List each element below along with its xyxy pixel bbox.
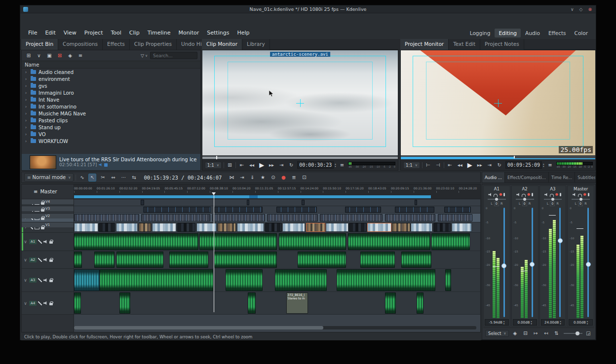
volume-value[interactable]: 0.00dB▴▾ — [513, 319, 537, 326]
timeline-clip[interactable] — [100, 269, 213, 291]
insert-zone-icon[interactable]: ↦ — [532, 329, 539, 337]
timeline-clip[interactable] — [360, 252, 395, 268]
bin-folder-int-nave[interactable]: ›Int Nave — [22, 96, 200, 103]
project-monitor-scrubbar[interactable] — [401, 155, 595, 159]
skip-end-icon[interactable]: ⇥ — [277, 161, 285, 169]
timeline-clip[interactable] — [119, 292, 130, 314]
record-options-icon[interactable]: ⊙ — [269, 174, 277, 182]
pan-handle[interactable] — [495, 198, 498, 201]
timeline-clip[interactable] — [320, 214, 383, 221]
volume-fader[interactable] — [587, 208, 589, 317]
timeline-clip[interactable] — [74, 269, 100, 291]
timeline-clip[interactable] — [417, 292, 424, 314]
lock-track-icon[interactable] — [41, 218, 44, 220]
add-clip-icon[interactable]: ⊞ — [25, 52, 33, 60]
lock-track-icon[interactable] — [49, 303, 53, 305]
playhead[interactable] — [214, 195, 214, 312]
track-lane-a1[interactable] — [74, 233, 480, 251]
timeline-clip[interactable] — [237, 223, 264, 232]
timeline-clip[interactable] — [348, 233, 430, 250]
menu-help[interactable]: Help — [233, 28, 253, 37]
workspace-color[interactable]: Color — [571, 29, 592, 37]
timeline-clip[interactable] — [74, 252, 82, 268]
lock-track-icon[interactable] — [41, 202, 44, 205]
monitor-overlay-icon[interactable]: ⊞ — [226, 161, 233, 169]
timeline-clip[interactable] — [395, 207, 434, 213]
menu-monitor[interactable]: Monitor — [174, 28, 203, 37]
bin-clip-row[interactable]: Live tours of the RRS Sir David Attenbor… — [22, 154, 200, 170]
mix-clips-icon[interactable]: ⋈ — [228, 174, 235, 182]
zone-out-icon[interactable]: ⊣ — [434, 161, 442, 169]
clip-monitor-menu-icon[interactable]: ≡ — [338, 161, 346, 169]
track-lane-a2[interactable] — [74, 251, 480, 269]
lock-track-icon[interactable] — [41, 227, 44, 229]
record-arm-icon[interactable]: ● — [499, 193, 502, 196]
timeline-zoom-slider[interactable] — [564, 333, 582, 334]
clip-monitor-video[interactable]: antarctic-scenery.avi — [202, 50, 398, 155]
slip-tool-icon[interactable]: ⇆ — [130, 174, 138, 182]
timeline-clip[interactable] — [214, 252, 277, 268]
monitor-audio-icon[interactable] — [532, 193, 533, 196]
track-header-a4[interactable]: ∨A4 — [22, 292, 74, 315]
titlebar[interactable]: Nave_01c.kdenlive */ HD 1080i 25 fps — K… — [20, 5, 596, 13]
fader-handle[interactable] — [586, 262, 591, 267]
timeline-clip[interactable] — [433, 223, 451, 232]
bin-folder-musiche-mag-nave[interactable]: ›Musiche MAG Nave — [22, 110, 200, 117]
expand-chevron-icon[interactable]: › — [24, 111, 28, 116]
volume-value[interactable]: -5.94dB▴▾ — [485, 319, 509, 326]
expand-chevron-icon[interactable]: › — [24, 70, 28, 74]
insert-zone-icon[interactable]: ⇥ — [238, 174, 246, 182]
menu-project[interactable]: Project — [80, 28, 107, 37]
clip-monitor-zoom-combo[interactable]: 1:1∨ — [205, 162, 222, 169]
track-collapse-icon[interactable]: ∨ — [23, 257, 28, 262]
timeline-clip[interactable] — [431, 233, 470, 250]
scrollbar-thumb[interactable] — [74, 326, 323, 329]
save-zone-icon[interactable]: ⊟ — [521, 329, 529, 337]
volume-fader[interactable] — [532, 208, 533, 317]
clip-monitor-scrubbar[interactable] — [202, 155, 398, 159]
close-icon[interactable]: ⊗ — [588, 7, 592, 12]
volume-fader[interactable] — [559, 208, 561, 317]
tab-effects[interactable]: Effects — [103, 39, 130, 50]
expand-chevron-icon[interactable]: › — [24, 76, 28, 81]
rewind-icon[interactable]: ◂◂ — [248, 161, 256, 169]
lock-track-icon[interactable] — [41, 209, 44, 212]
zoom-slider-handle[interactable] — [576, 331, 579, 335]
spacer-tool-icon[interactable]: ⇔ — [109, 174, 117, 182]
timeline-clip[interactable] — [349, 223, 366, 232]
lock-track-icon[interactable] — [49, 280, 53, 282]
timeline-clip[interactable] — [177, 223, 195, 232]
timeline-clip[interactable] — [267, 214, 318, 221]
tab-time-re[interactable]: Time Re... — [549, 172, 575, 182]
pan-handle[interactable] — [551, 198, 554, 201]
timeline-clip[interactable] — [452, 223, 472, 232]
bin-folder-audio-cleaned[interactable]: ›Audio cleaned — [22, 69, 200, 75]
delete-icon[interactable]: ⊠ — [56, 52, 64, 60]
track-lanes[interactable]: 372_8616_(Stereo to m — [74, 199, 480, 332]
timeline-clip[interactable] — [74, 233, 198, 250]
bin-folder-vo[interactable]: ›VO — [22, 131, 200, 138]
bin-folder-int-sottomarino[interactable]: ›Int sottomarino — [22, 103, 200, 110]
timeline-clip[interactable] — [445, 269, 451, 291]
timeline-clip[interactable] — [265, 223, 282, 232]
tab-effect-compositi[interactable]: Effect/Compositi... — [505, 172, 549, 182]
expand-chevron-icon[interactable]: › — [24, 125, 28, 130]
track-lane-v2[interactable] — [74, 214, 480, 222]
timeline-clip[interactable] — [385, 292, 395, 314]
timeline-clip[interactable] — [139, 223, 152, 232]
timeline-clip[interactable] — [337, 269, 435, 291]
tab-clip-properties[interactable]: Clip Properties — [130, 39, 177, 50]
bin-folder-environment[interactable]: ›environment — [22, 75, 200, 82]
track-lane-v3[interactable] — [74, 206, 480, 214]
bin-folder-pasted-clips[interactable]: ›Pasted clips — [22, 117, 200, 124]
play-icon[interactable]: ▶ — [258, 161, 266, 169]
balance-value[interactable]: 0 — [494, 201, 499, 206]
mute-track-icon[interactable] — [43, 258, 48, 262]
timeline-clip[interactable] — [385, 214, 436, 221]
tab-text-edit[interactable]: Text Edit — [449, 39, 480, 50]
timeline-clip[interactable] — [214, 207, 263, 213]
extract-zone-icon[interactable]: ↤ — [542, 329, 550, 337]
menu-file[interactable]: File — [24, 28, 41, 37]
workspace-editing[interactable]: Editing — [495, 29, 521, 37]
tab-project-notes[interactable]: Project Notes — [480, 39, 524, 50]
